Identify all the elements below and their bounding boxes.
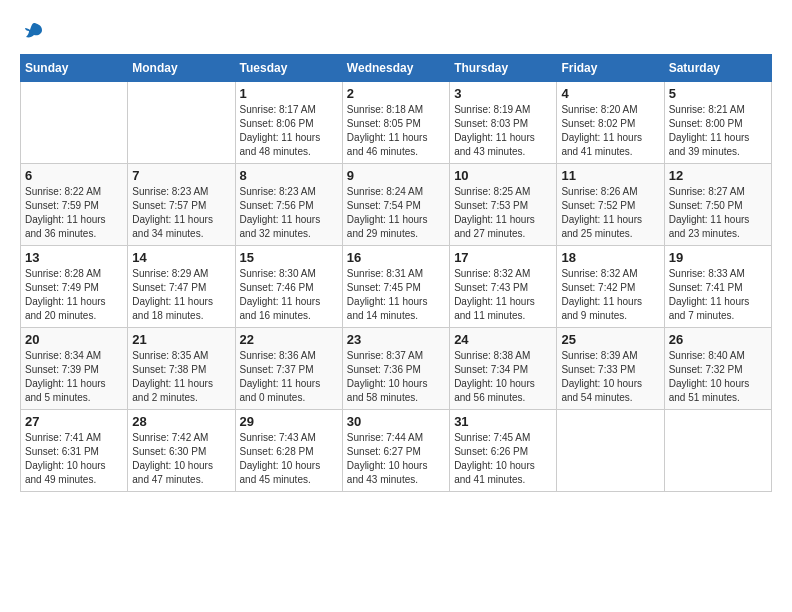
day-info: Sunrise: 8:36 AMSunset: 7:37 PMDaylight:… [240,349,338,405]
calendar-cell: 31Sunrise: 7:45 AMSunset: 6:26 PMDayligh… [450,410,557,492]
day-number: 5 [669,86,767,101]
calendar-cell: 9Sunrise: 8:24 AMSunset: 7:54 PMDaylight… [342,164,449,246]
calendar-cell: 17Sunrise: 8:32 AMSunset: 7:43 PMDayligh… [450,246,557,328]
day-info: Sunrise: 8:25 AMSunset: 7:53 PMDaylight:… [454,185,552,241]
calendar-cell: 30Sunrise: 7:44 AMSunset: 6:27 PMDayligh… [342,410,449,492]
day-number: 6 [25,168,123,183]
calendar-cell [128,82,235,164]
day-number: 30 [347,414,445,429]
column-header-sunday: Sunday [21,55,128,82]
day-number: 12 [669,168,767,183]
day-info: Sunrise: 7:42 AMSunset: 6:30 PMDaylight:… [132,431,230,487]
column-header-saturday: Saturday [664,55,771,82]
calendar-cell: 8Sunrise: 8:23 AMSunset: 7:56 PMDaylight… [235,164,342,246]
calendar-cell: 29Sunrise: 7:43 AMSunset: 6:28 PMDayligh… [235,410,342,492]
day-number: 16 [347,250,445,265]
day-info: Sunrise: 8:34 AMSunset: 7:39 PMDaylight:… [25,349,123,405]
calendar-cell: 4Sunrise: 8:20 AMSunset: 8:02 PMDaylight… [557,82,664,164]
day-number: 25 [561,332,659,347]
day-info: Sunrise: 8:19 AMSunset: 8:03 PMDaylight:… [454,103,552,159]
day-info: Sunrise: 7:45 AMSunset: 6:26 PMDaylight:… [454,431,552,487]
day-number: 10 [454,168,552,183]
calendar-cell: 15Sunrise: 8:30 AMSunset: 7:46 PMDayligh… [235,246,342,328]
calendar-header-row: SundayMondayTuesdayWednesdayThursdayFrid… [21,55,772,82]
day-number: 1 [240,86,338,101]
day-number: 9 [347,168,445,183]
day-info: Sunrise: 8:40 AMSunset: 7:32 PMDaylight:… [669,349,767,405]
logo [20,20,46,44]
calendar-cell: 19Sunrise: 8:33 AMSunset: 7:41 PMDayligh… [664,246,771,328]
logo-bird-icon [22,20,46,50]
day-info: Sunrise: 7:41 AMSunset: 6:31 PMDaylight:… [25,431,123,487]
calendar-body: 1Sunrise: 8:17 AMSunset: 8:06 PMDaylight… [21,82,772,492]
calendar-cell [557,410,664,492]
calendar-cell: 26Sunrise: 8:40 AMSunset: 7:32 PMDayligh… [664,328,771,410]
calendar-cell: 7Sunrise: 8:23 AMSunset: 7:57 PMDaylight… [128,164,235,246]
day-info: Sunrise: 8:21 AMSunset: 8:00 PMDaylight:… [669,103,767,159]
calendar-cell: 1Sunrise: 8:17 AMSunset: 8:06 PMDaylight… [235,82,342,164]
day-number: 20 [25,332,123,347]
day-number: 13 [25,250,123,265]
day-number: 2 [347,86,445,101]
day-info: Sunrise: 8:38 AMSunset: 7:34 PMDaylight:… [454,349,552,405]
day-number: 26 [669,332,767,347]
day-info: Sunrise: 8:23 AMSunset: 7:56 PMDaylight:… [240,185,338,241]
day-info: Sunrise: 8:37 AMSunset: 7:36 PMDaylight:… [347,349,445,405]
calendar-cell: 13Sunrise: 8:28 AMSunset: 7:49 PMDayligh… [21,246,128,328]
day-number: 14 [132,250,230,265]
column-header-friday: Friday [557,55,664,82]
day-info: Sunrise: 8:24 AMSunset: 7:54 PMDaylight:… [347,185,445,241]
column-header-wednesday: Wednesday [342,55,449,82]
day-info: Sunrise: 7:43 AMSunset: 6:28 PMDaylight:… [240,431,338,487]
day-number: 4 [561,86,659,101]
calendar-cell: 11Sunrise: 8:26 AMSunset: 7:52 PMDayligh… [557,164,664,246]
day-number: 27 [25,414,123,429]
day-info: Sunrise: 8:27 AMSunset: 7:50 PMDaylight:… [669,185,767,241]
day-number: 15 [240,250,338,265]
calendar-cell: 3Sunrise: 8:19 AMSunset: 8:03 PMDaylight… [450,82,557,164]
day-number: 22 [240,332,338,347]
calendar-cell: 28Sunrise: 7:42 AMSunset: 6:30 PMDayligh… [128,410,235,492]
calendar-cell: 14Sunrise: 8:29 AMSunset: 7:47 PMDayligh… [128,246,235,328]
calendar-cell: 25Sunrise: 8:39 AMSunset: 7:33 PMDayligh… [557,328,664,410]
day-info: Sunrise: 8:26 AMSunset: 7:52 PMDaylight:… [561,185,659,241]
day-info: Sunrise: 8:35 AMSunset: 7:38 PMDaylight:… [132,349,230,405]
day-info: Sunrise: 8:31 AMSunset: 7:45 PMDaylight:… [347,267,445,323]
week-row-3: 13Sunrise: 8:28 AMSunset: 7:49 PMDayligh… [21,246,772,328]
day-info: Sunrise: 8:22 AMSunset: 7:59 PMDaylight:… [25,185,123,241]
day-info: Sunrise: 8:29 AMSunset: 7:47 PMDaylight:… [132,267,230,323]
day-number: 3 [454,86,552,101]
column-header-monday: Monday [128,55,235,82]
day-info: Sunrise: 8:33 AMSunset: 7:41 PMDaylight:… [669,267,767,323]
calendar-cell: 6Sunrise: 8:22 AMSunset: 7:59 PMDaylight… [21,164,128,246]
day-number: 21 [132,332,230,347]
day-info: Sunrise: 8:20 AMSunset: 8:02 PMDaylight:… [561,103,659,159]
calendar-cell: 10Sunrise: 8:25 AMSunset: 7:53 PMDayligh… [450,164,557,246]
column-header-tuesday: Tuesday [235,55,342,82]
day-number: 28 [132,414,230,429]
header [20,20,772,44]
day-info: Sunrise: 8:32 AMSunset: 7:43 PMDaylight:… [454,267,552,323]
day-info: Sunrise: 8:30 AMSunset: 7:46 PMDaylight:… [240,267,338,323]
day-number: 11 [561,168,659,183]
calendar-cell: 21Sunrise: 8:35 AMSunset: 7:38 PMDayligh… [128,328,235,410]
day-info: Sunrise: 8:39 AMSunset: 7:33 PMDaylight:… [561,349,659,405]
day-number: 24 [454,332,552,347]
week-row-2: 6Sunrise: 8:22 AMSunset: 7:59 PMDaylight… [21,164,772,246]
column-header-thursday: Thursday [450,55,557,82]
week-row-1: 1Sunrise: 8:17 AMSunset: 8:06 PMDaylight… [21,82,772,164]
calendar-cell: 22Sunrise: 8:36 AMSunset: 7:37 PMDayligh… [235,328,342,410]
calendar-table: SundayMondayTuesdayWednesdayThursdayFrid… [20,54,772,492]
day-number: 18 [561,250,659,265]
day-number: 31 [454,414,552,429]
day-info: Sunrise: 8:23 AMSunset: 7:57 PMDaylight:… [132,185,230,241]
week-row-5: 27Sunrise: 7:41 AMSunset: 6:31 PMDayligh… [21,410,772,492]
week-row-4: 20Sunrise: 8:34 AMSunset: 7:39 PMDayligh… [21,328,772,410]
day-number: 23 [347,332,445,347]
day-info: Sunrise: 7:44 AMSunset: 6:27 PMDaylight:… [347,431,445,487]
calendar-cell: 24Sunrise: 8:38 AMSunset: 7:34 PMDayligh… [450,328,557,410]
day-info: Sunrise: 8:18 AMSunset: 8:05 PMDaylight:… [347,103,445,159]
day-number: 19 [669,250,767,265]
day-info: Sunrise: 8:17 AMSunset: 8:06 PMDaylight:… [240,103,338,159]
day-number: 17 [454,250,552,265]
